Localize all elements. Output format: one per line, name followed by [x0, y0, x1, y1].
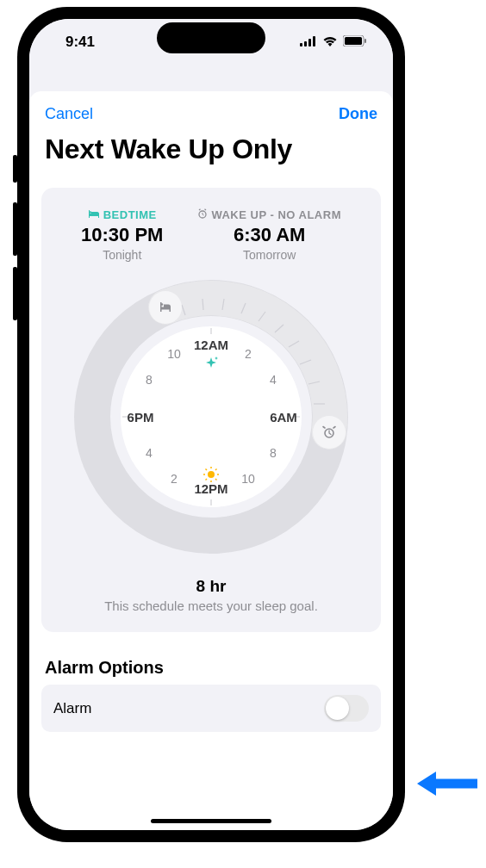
wakeup-handle[interactable]: [313, 416, 346, 449]
clock-label-10pm: 10: [167, 347, 181, 361]
svg-line-23: [215, 469, 217, 471]
clock-label-12am: 12AM: [194, 338, 228, 352]
notch: [157, 22, 265, 53]
svg-rect-6: [364, 39, 366, 43]
svg-line-21: [215, 479, 217, 480]
svg-rect-5: [345, 37, 362, 45]
svg-rect-2: [308, 39, 311, 46]
svg-point-15: [208, 471, 215, 478]
alarm-row: Alarm: [41, 685, 381, 732]
bedtime-sub: Tonight: [81, 248, 163, 262]
page-title: Next Wake Up Only: [29, 130, 393, 181]
clock-label-6am: 6AM: [270, 410, 297, 425]
clock-label-2pm: 2: [171, 472, 178, 486]
modal-sheet: Cancel Done Next Wake Up Only BEDTIME 10…: [29, 91, 393, 830]
wakeup-time: 6:30 AM: [197, 224, 341, 246]
clock-label-6pm: 6PM: [128, 410, 154, 425]
sleep-dial[interactable]: 12AM 2 4 6AM 8 10 12PM 2 4 6PM 8 10: [55, 279, 367, 555]
phone-frame: 9:41 Cancel Done Next Wake Up Only: [17, 7, 405, 842]
wakeup-sub: Tomorrow: [197, 248, 341, 262]
svg-line-20: [206, 469, 208, 471]
clock-label-8: 8: [270, 446, 277, 460]
battery-icon: [343, 34, 367, 51]
alarm-options-title: Alarm Options: [29, 639, 393, 685]
wifi-icon: [322, 34, 338, 51]
bedtime-label: BEDTIME: [81, 208, 163, 221]
svg-marker-39: [417, 772, 436, 796]
alarm-clock-icon: [197, 208, 208, 221]
bedtime-handle[interactable]: [149, 291, 182, 324]
clock-label-10: 10: [241, 472, 255, 486]
svg-line-22: [206, 479, 208, 480]
bed-icon: [88, 208, 100, 221]
wakeup-label: WAKE UP - NO ALARM: [197, 208, 341, 221]
sleep-schedule-card: BEDTIME 10:30 PM Tonight WAKE UP - NO AL…: [41, 188, 381, 632]
alarm-toggle[interactable]: [324, 695, 369, 722]
clock-label-4pm: 4: [146, 446, 153, 460]
duration-sub: This schedule meets your sleep goal.: [55, 598, 367, 613]
duration-value: 8 hr: [55, 577, 367, 596]
cancel-button[interactable]: Cancel: [45, 105, 93, 123]
wakeup-column: WAKE UP - NO ALARM 6:30 AM Tomorrow: [197, 208, 341, 262]
callout-arrow-icon: [417, 766, 477, 804]
bed-wake-row: BEDTIME 10:30 PM Tonight WAKE UP - NO AL…: [55, 208, 367, 262]
screen: 9:41 Cancel Done Next Wake Up Only: [29, 19, 393, 830]
alarm-row-label: Alarm: [53, 700, 91, 717]
clock-label-8pm: 8: [146, 373, 153, 387]
status-icons: [300, 34, 367, 51]
signal-icon: [300, 34, 317, 51]
svg-point-7: [90, 211, 91, 213]
toggle-knob: [326, 697, 349, 720]
clock-label-12pm: 12PM: [194, 481, 227, 496]
clock-label-4: 4: [270, 373, 277, 387]
bedtime-column: BEDTIME 10:30 PM Tonight: [81, 208, 163, 262]
svg-rect-1: [304, 41, 307, 46]
clock-label-2: 2: [245, 347, 252, 361]
bedtime-time: 10:30 PM: [81, 224, 163, 246]
duration-row: 8 hr This schedule meets your sleep goal…: [55, 577, 367, 613]
status-time: 9:41: [55, 34, 95, 51]
nav-bar: Cancel Done: [29, 91, 393, 130]
svg-rect-0: [300, 43, 302, 46]
svg-rect-3: [313, 36, 315, 46]
done-button[interactable]: Done: [339, 105, 377, 123]
home-indicator[interactable]: [151, 819, 271, 823]
svg-point-35: [161, 303, 164, 306]
